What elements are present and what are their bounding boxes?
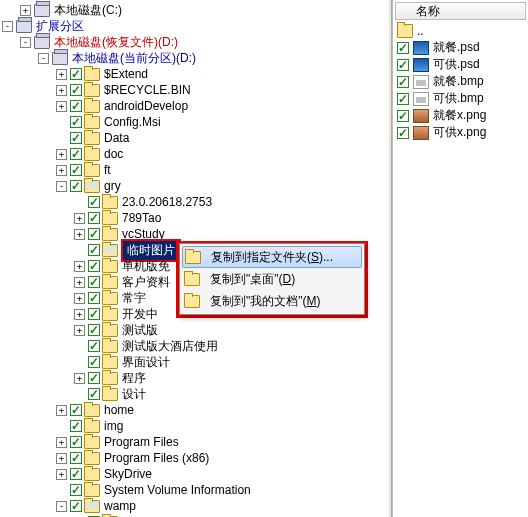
expander[interactable] — [38, 53, 49, 64]
checkbox-icon[interactable] — [70, 468, 82, 480]
tree-row[interactable]: 测试版 — [2, 322, 386, 338]
tree-row[interactable]: 设计 — [2, 386, 386, 402]
file-row[interactable]: 就餐.bmp — [395, 73, 526, 90]
checkbox-icon[interactable] — [70, 100, 82, 112]
tree-row[interactable]: doc — [2, 146, 386, 162]
tree-row[interactable]: Config.Msi — [2, 114, 386, 130]
expander[interactable] — [74, 229, 85, 240]
tree-row[interactable]: SkyDrive — [2, 466, 386, 482]
expander[interactable] — [56, 469, 67, 480]
directory-tree[interactable]: 本地磁盘(C:) 扩展分区 本地磁盘(恢复文件)(D:) 本地磁盘(当前分区)(… — [0, 0, 388, 517]
tree-label: System Volume Information — [103, 483, 252, 497]
tree-row[interactable]: System Volume Information — [2, 482, 386, 498]
expander[interactable] — [56, 101, 67, 112]
file-row[interactable]: 就餐x.png — [395, 107, 526, 124]
tree-row[interactable]: ft — [2, 162, 386, 178]
checkbox-icon[interactable] — [88, 228, 100, 240]
file-row[interactable]: 可供.psd — [395, 56, 526, 73]
checkbox-icon[interactable] — [88, 244, 100, 256]
checkbox-icon[interactable] — [88, 324, 100, 336]
menu-copy-to-folder[interactable]: 复制到指定文件夹(S)... — [182, 246, 362, 268]
tree-row[interactable]: Program Files (x86) — [2, 450, 386, 466]
checkbox-icon[interactable] — [70, 164, 82, 176]
folder-icon — [84, 84, 100, 97]
tree-row[interactable]: wamp — [2, 498, 386, 514]
expander[interactable] — [74, 261, 85, 272]
tree-row[interactable]: 界面设计 — [2, 354, 386, 370]
expander[interactable] — [56, 437, 67, 448]
file-icon-png — [413, 126, 429, 140]
expander[interactable] — [74, 277, 85, 288]
tree-row[interactable]: Data — [2, 130, 386, 146]
file-row[interactable]: 可供.bmp — [395, 90, 526, 107]
checkbox-icon[interactable] — [70, 436, 82, 448]
checkbox-icon[interactable] — [70, 404, 82, 416]
expander[interactable] — [56, 453, 67, 464]
checkbox-icon[interactable] — [397, 127, 409, 139]
expander[interactable] — [56, 501, 67, 512]
checkbox-icon[interactable] — [88, 196, 100, 208]
expander[interactable] — [56, 405, 67, 416]
tree-row[interactable]: 测试版大酒店使用 — [2, 338, 386, 354]
expander[interactable] — [20, 37, 31, 48]
tree-row[interactable]: 本地磁盘(C:) — [2, 2, 386, 18]
tree-row[interactable]: 扩展分区 — [2, 18, 386, 34]
expander[interactable] — [20, 5, 31, 16]
file-row[interactable]: 就餐.psd — [395, 39, 526, 56]
expander[interactable] — [74, 325, 85, 336]
tree-row[interactable]: $Extend — [2, 66, 386, 82]
column-header-name[interactable]: 名称 — [395, 2, 526, 20]
checkbox-icon[interactable] — [70, 484, 82, 496]
file-row[interactable]: 可供x.png — [395, 124, 526, 141]
tree-row[interactable]: home — [2, 402, 386, 418]
up-folder-row[interactable]: .. — [395, 22, 526, 39]
checkbox-icon[interactable] — [88, 340, 100, 352]
tree-row[interactable]: $RECYCLE.BIN — [2, 82, 386, 98]
checkbox-icon[interactable] — [397, 76, 409, 88]
checkbox-icon[interactable] — [70, 84, 82, 96]
tree-label: SkyDrive — [103, 467, 153, 481]
expander[interactable] — [74, 309, 85, 320]
checkbox-icon[interactable] — [88, 292, 100, 304]
tree-row[interactable]: androidDevelop — [2, 98, 386, 114]
checkbox-icon[interactable] — [397, 59, 409, 71]
checkbox-icon[interactable] — [397, 42, 409, 54]
context-menu[interactable]: 复制到指定文件夹(S)... 复制到"桌面"(D) 复制到"我的文档"(M) — [179, 243, 365, 315]
tree-row[interactable]: img — [2, 418, 386, 434]
checkbox-icon[interactable] — [88, 276, 100, 288]
tree-row[interactable]: 程序 — [2, 370, 386, 386]
checkbox-icon[interactable] — [88, 308, 100, 320]
expander[interactable] — [2, 21, 13, 32]
expander[interactable] — [56, 165, 67, 176]
expander[interactable] — [74, 373, 85, 384]
checkbox-icon[interactable] — [70, 500, 82, 512]
checkbox-icon[interactable] — [88, 356, 100, 368]
checkbox-icon[interactable] — [397, 110, 409, 122]
checkbox-icon[interactable] — [70, 420, 82, 432]
checkbox-icon[interactable] — [88, 372, 100, 384]
checkbox-icon[interactable] — [70, 148, 82, 160]
checkbox-icon[interactable] — [88, 260, 100, 272]
checkbox-icon[interactable] — [70, 452, 82, 464]
expander[interactable] — [56, 69, 67, 80]
tree-row[interactable]: 23.0.20618.2753 — [2, 194, 386, 210]
tree-row[interactable]: Program Files — [2, 434, 386, 450]
menu-copy-to-desktop[interactable]: 复制到"桌面"(D) — [182, 268, 362, 290]
expander[interactable] — [74, 293, 85, 304]
checkbox-icon[interactable] — [88, 388, 100, 400]
checkbox-icon[interactable] — [88, 212, 100, 224]
checkbox-icon[interactable] — [70, 116, 82, 128]
checkbox-icon[interactable] — [70, 180, 82, 192]
tree-row[interactable]: 本地磁盘(当前分区)(D:) — [2, 50, 386, 66]
expander[interactable] — [74, 213, 85, 224]
tree-row[interactable]: 789Tao — [2, 210, 386, 226]
tree-row[interactable]: vcStudy — [2, 226, 386, 242]
expander[interactable] — [56, 85, 67, 96]
checkbox-icon[interactable] — [397, 93, 409, 105]
tree-row[interactable]: gry — [2, 178, 386, 194]
checkbox-icon[interactable] — [70, 132, 82, 144]
checkbox-icon[interactable] — [70, 68, 82, 80]
expander[interactable] — [56, 181, 67, 192]
menu-copy-to-mydoc[interactable]: 复制到"我的文档"(M) — [182, 290, 362, 312]
expander[interactable] — [56, 149, 67, 160]
